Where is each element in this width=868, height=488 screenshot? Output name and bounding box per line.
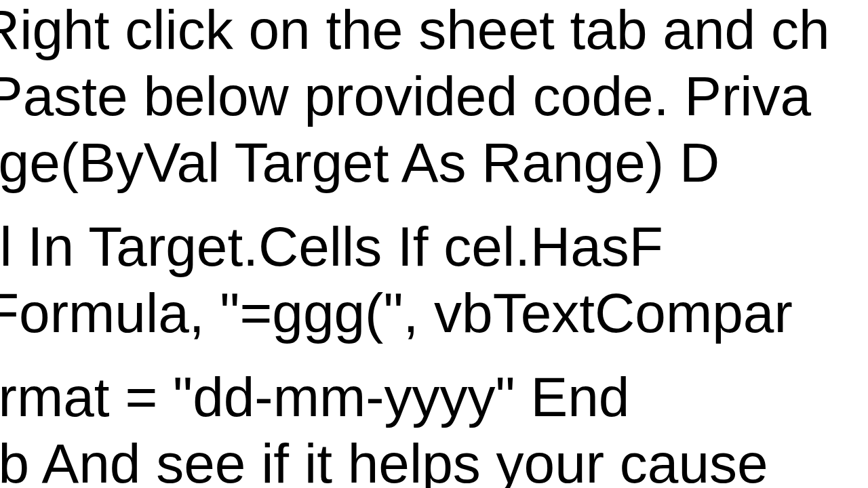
text-line-4: el In Target.Cells If cel.HasF (0, 214, 663, 280)
text-line-7: ub And see if it helps your cause (0, 431, 768, 488)
text-line-1: Right click on the sheet tab and ch (0, 0, 830, 63)
text-line-2: Paste below provided code. Priva (0, 64, 811, 129)
text-line-3: nge(ByVal Target As Range) D (0, 130, 719, 196)
text-line-6: ormat = "dd-mm-yyyy" End (0, 365, 629, 430)
text-line-5: Formula, "=ggg(", vbTextCompar (0, 281, 793, 346)
text-fragment: Right click on the sheet tab and ch Past… (0, 0, 868, 488)
